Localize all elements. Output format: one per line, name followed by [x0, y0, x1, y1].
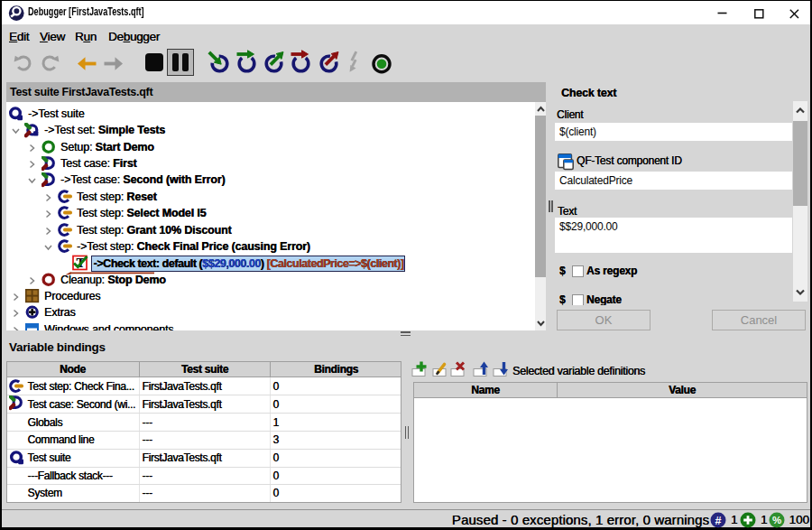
svg-text:#: #: [715, 514, 722, 526]
svg-text:%: %: [772, 515, 781, 525]
